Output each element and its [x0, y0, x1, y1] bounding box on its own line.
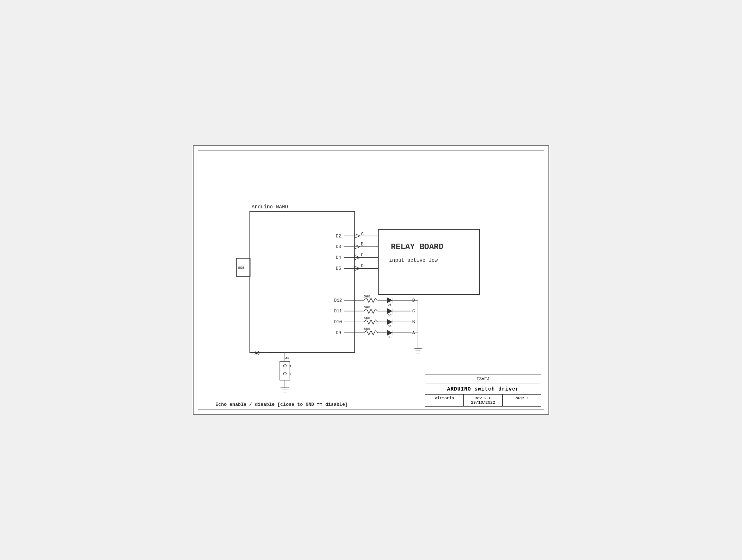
jumper-pin1: 1 [289, 364, 291, 368]
title-block: -- I3VFJ -- ARDUINO switch driver Vittor… [425, 375, 541, 407]
title-block-footer: Vittorio Rev 2.0 23/10/2022 Page 1 [425, 395, 541, 406]
jumper-pin2: 2 [289, 372, 291, 376]
resistor-d11-label: 560 [364, 305, 370, 309]
relay-pin-b-label: B [361, 242, 363, 247]
svg-point-48 [283, 364, 286, 367]
arduino-label: Arduino NANO [252, 204, 288, 210]
schematic-title: ARDUINO switch driver [425, 384, 541, 395]
svg-marker-28 [387, 319, 392, 324]
output-d11: C [412, 309, 415, 314]
page-cell: Page 1 [503, 395, 541, 406]
relay-board-label: RELAY BOARD [391, 243, 443, 252]
pin-d3: D3 [336, 244, 341, 249]
pin-d9: D9 [336, 331, 341, 336]
diode-d12-label: D3 [388, 303, 392, 307]
echo-label: Echo enable / disable [close to GND == d… [215, 402, 348, 407]
author-cell: Vittorio [425, 395, 464, 406]
pin-d5: D5 [336, 266, 341, 271]
usb-label: USB [238, 266, 244, 270]
resistor-d9-label: 560 [364, 327, 370, 331]
pin-d11: D11 [334, 309, 342, 314]
pin-d2: D2 [336, 234, 341, 239]
svg-marker-18 [387, 298, 392, 303]
diode-d10-label: D4 [388, 325, 392, 328]
pin-a0: A0 [255, 351, 260, 356]
relay-board-sub: input active low [389, 257, 438, 263]
schematic-svg: Arduino NANO USB RELAY BOARD input activ… [194, 146, 548, 414]
relay-pin-c-label: C [361, 253, 363, 258]
schematic-page: Arduino NANO USB RELAY BOARD input activ… [193, 145, 549, 415]
output-d12: D [412, 298, 415, 303]
rev-date-cell: Rev 2.0 23/10/2022 [464, 395, 502, 406]
resistor-d12-label: 560 [364, 295, 370, 299]
output-d10: B [412, 320, 415, 325]
svg-marker-23 [387, 309, 392, 314]
author-label: Vittorio [435, 396, 454, 400]
resistor-d10-label: 560 [364, 316, 370, 320]
jumper-label: J1 [285, 356, 289, 360]
diode-d11-label: D3 [388, 314, 392, 317]
pin-d10: D10 [334, 320, 342, 325]
svg-marker-33 [387, 330, 392, 335]
diode-d9-label: D5 [388, 336, 392, 339]
revision-label: Rev 2.0 [475, 396, 491, 400]
relay-pin-a-label: A [361, 231, 364, 236]
date-label: 23/10/2022 [471, 400, 495, 405]
svg-point-49 [283, 372, 286, 375]
relay-pin-d-label: D [361, 264, 363, 269]
page-label: Page 1 [515, 396, 529, 400]
output-d9: A [412, 331, 415, 336]
pin-d4: D4 [336, 255, 341, 260]
project-id: -- I3VFJ -- [425, 375, 541, 384]
pin-d12: D12 [334, 298, 342, 303]
